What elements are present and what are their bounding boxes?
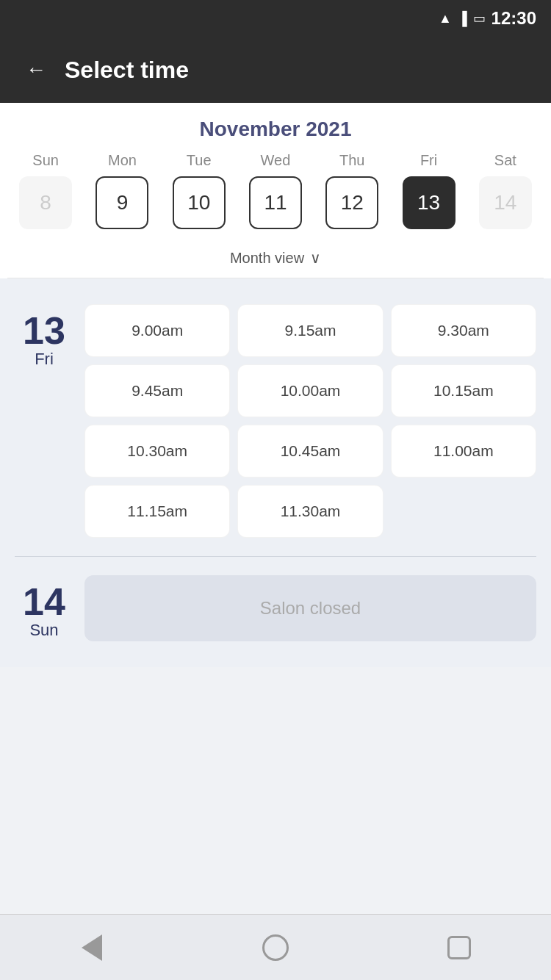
date-cell-11: 11 bbox=[237, 176, 314, 229]
week-dates-row: 8 9 10 11 12 13 14 bbox=[7, 176, 544, 240]
month-view-toggle[interactable]: Month view ∨ bbox=[7, 240, 544, 278]
date-14[interactable]: 14 bbox=[479, 176, 532, 229]
time-slot-1000am[interactable]: 10.00am bbox=[237, 364, 383, 417]
date-cell-12: 12 bbox=[314, 176, 390, 229]
day-14-name: Sun bbox=[29, 621, 58, 640]
date-cell-14: 14 bbox=[467, 176, 544, 229]
day-14-label: 14 Sun bbox=[15, 575, 73, 641]
back-button[interactable]: ← bbox=[22, 54, 50, 85]
weekday-thu: Thu bbox=[314, 152, 390, 169]
date-12[interactable]: 12 bbox=[325, 176, 378, 229]
back-triangle-icon bbox=[82, 934, 102, 961]
home-circle-icon bbox=[262, 934, 289, 961]
battery-icon: ▭ bbox=[473, 10, 486, 26]
day-13-name: Fri bbox=[35, 350, 54, 369]
weekday-tue: Tue bbox=[161, 152, 237, 169]
time-slot-900am[interactable]: 9.00am bbox=[84, 304, 230, 357]
time-slot-930am[interactable]: 9.30am bbox=[391, 304, 536, 357]
time-slot-1030am[interactable]: 10.30am bbox=[84, 425, 230, 478]
salon-closed-box: Salon closed bbox=[84, 575, 536, 641]
recents-square-icon bbox=[447, 936, 471, 959]
date-cell-10: 10 bbox=[161, 176, 237, 229]
signal-icon: ▐ bbox=[458, 11, 467, 26]
time-slot-1115am[interactable]: 11.15am bbox=[84, 485, 230, 538]
header: ← Select time bbox=[0, 37, 551, 103]
date-13[interactable]: 13 bbox=[403, 176, 455, 229]
bottom-nav bbox=[0, 914, 551, 980]
date-cell-13: 13 bbox=[390, 176, 467, 229]
day-divider bbox=[15, 556, 536, 557]
weekday-wed: Wed bbox=[237, 152, 314, 169]
nav-back-button[interactable] bbox=[73, 929, 110, 966]
slots-grid-13: 9.00am 9.15am 9.30am 9.45am 10.00am 10.1… bbox=[84, 304, 536, 538]
wifi-icon: ▲ bbox=[439, 11, 452, 26]
nav-recents-button[interactable] bbox=[441, 929, 478, 966]
time-slot-1130am[interactable]: 11.30am bbox=[237, 485, 383, 538]
time-slots-area: 13 Fri 9.00am 9.15am 9.30am 9.45am 10.00… bbox=[0, 278, 551, 667]
header-title: Select time bbox=[65, 57, 189, 84]
date-11[interactable]: 11 bbox=[249, 176, 302, 229]
date-cell-8: 8 bbox=[7, 176, 84, 229]
weekday-mon: Mon bbox=[84, 152, 160, 169]
status-icons: ▲ ▐ ▭ 12:30 bbox=[439, 8, 536, 29]
time-slot-1100am[interactable]: 11.00am bbox=[391, 425, 536, 478]
time-slot-1015am[interactable]: 10.15am bbox=[391, 364, 536, 417]
time-slot-1045am[interactable]: 10.45am bbox=[237, 425, 383, 478]
day-13-section: 13 Fri 9.00am 9.15am 9.30am 9.45am 10.00… bbox=[0, 293, 551, 549]
day-13-number: 13 bbox=[23, 311, 65, 350]
salon-closed-text: Salon closed bbox=[260, 598, 361, 619]
weekday-sun: Sun bbox=[7, 152, 84, 169]
weekdays-row: Sun Mon Tue Wed Thu Fri Sat bbox=[7, 152, 544, 169]
time-slot-915am[interactable]: 9.15am bbox=[237, 304, 383, 357]
date-10[interactable]: 10 bbox=[173, 176, 226, 229]
calendar-section: November 2021 Sun Mon Tue Wed Thu Fri Sa… bbox=[0, 103, 551, 278]
chevron-down-icon: ∨ bbox=[310, 249, 321, 267]
date-8[interactable]: 8 bbox=[19, 176, 72, 229]
nav-home-button[interactable] bbox=[257, 929, 294, 966]
month-label: November 2021 bbox=[7, 118, 544, 141]
day-14-section: 14 Sun Salon closed bbox=[0, 564, 551, 652]
day-13-label: 13 Fri bbox=[15, 304, 73, 538]
weekday-fri: Fri bbox=[390, 152, 467, 169]
time-slot-945am[interactable]: 9.45am bbox=[84, 364, 230, 417]
date-cell-9: 9 bbox=[84, 176, 160, 229]
status-time: 12:30 bbox=[491, 8, 536, 29]
day-14-number: 14 bbox=[23, 583, 65, 621]
date-9[interactable]: 9 bbox=[96, 176, 148, 229]
weekday-sat: Sat bbox=[467, 152, 544, 169]
status-bar: ▲ ▐ ▭ 12:30 bbox=[0, 0, 551, 37]
month-view-label: Month view bbox=[230, 250, 304, 267]
